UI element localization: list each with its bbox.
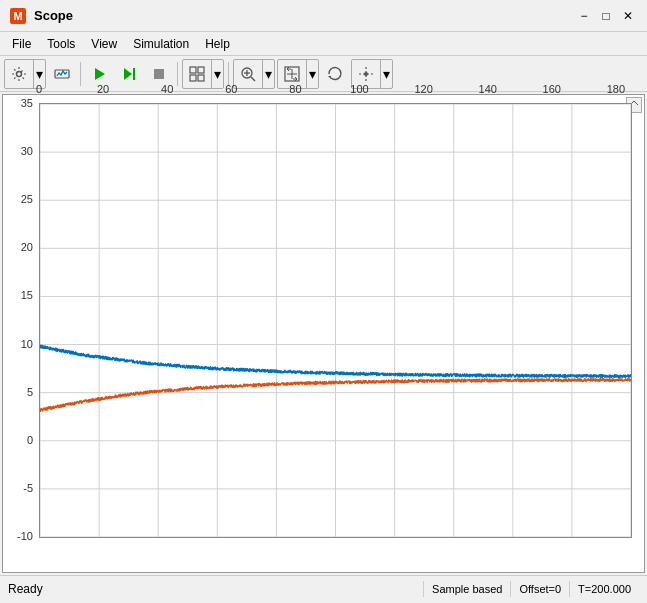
status-right: Sample based Offset=0 T=200.000 [423, 581, 639, 597]
title-bar: M Scope − □ ✕ [0, 0, 647, 32]
svg-point-22 [364, 72, 368, 76]
x-axis: 020406080100120140160180200 [39, 83, 647, 105]
menu-file[interactable]: File [4, 35, 39, 53]
svg-rect-7 [154, 69, 164, 79]
toolbar-sep-2 [177, 62, 178, 86]
plot-svg [40, 104, 631, 537]
status-time: T=200.000 [569, 581, 639, 597]
window-title: Scope [34, 8, 573, 23]
status-ready: Ready [8, 582, 423, 596]
minimize-button[interactable]: − [573, 7, 595, 25]
svg-marker-4 [95, 68, 105, 80]
menu-help[interactable]: Help [197, 35, 238, 53]
toolbar-sep-1 [80, 62, 81, 86]
app-icon: M [8, 6, 28, 26]
close-button[interactable]: ✕ [617, 7, 639, 25]
svg-line-13 [251, 77, 255, 81]
svg-rect-10 [190, 75, 196, 81]
settings-button[interactable] [5, 60, 33, 88]
svg-text:M: M [13, 10, 22, 22]
maximize-button[interactable]: □ [595, 7, 617, 25]
plot-container: 35302520151050-5-10 02040608010012014016… [2, 94, 645, 573]
menu-view[interactable]: View [83, 35, 125, 53]
status-sample-based: Sample based [423, 581, 510, 597]
plot-area[interactable] [39, 103, 632, 538]
toolbar-sep-3 [228, 62, 229, 86]
status-bar: Ready Sample based Offset=0 T=200.000 [0, 575, 647, 601]
svg-point-2 [17, 71, 22, 76]
menu-bar: File Tools View Simulation Help [0, 32, 647, 56]
svg-rect-6 [133, 68, 135, 80]
menu-simulation[interactable]: Simulation [125, 35, 197, 53]
status-offset: Offset=0 [510, 581, 569, 597]
svg-rect-11 [198, 75, 204, 81]
svg-rect-9 [198, 67, 204, 73]
svg-marker-5 [124, 68, 132, 80]
menu-tools[interactable]: Tools [39, 35, 83, 53]
svg-rect-8 [190, 67, 196, 73]
y-axis: 35302520151050-5-10 [3, 103, 37, 538]
